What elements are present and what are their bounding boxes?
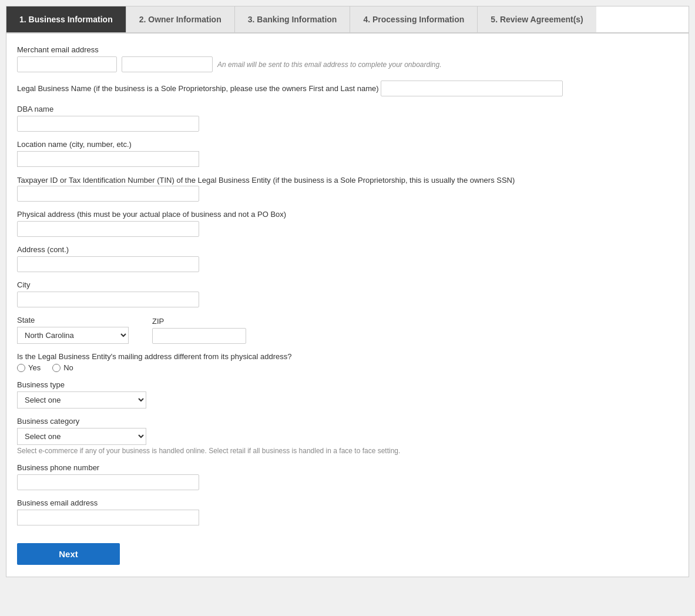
dba-input[interactable] — [17, 116, 199, 132]
dba-group: DBA name — [17, 105, 678, 132]
radio-yes-label[interactable]: Yes — [17, 363, 41, 372]
merchant-email-hint: An email will be sent to this email addr… — [217, 61, 442, 69]
tab-bar: 1. Business Information 2. Owner Informa… — [6, 6, 689, 34]
business-category-hint: Select e-commerce if any of your busines… — [17, 447, 678, 455]
merchant-email-row: An email will be sent to this email addr… — [17, 56, 678, 72]
state-label: State — [17, 316, 129, 324]
merchant-email-group: Merchant email address An email will be … — [17, 45, 678, 72]
legal-name-label: Legal Business Name (if the business is … — [17, 84, 379, 93]
next-button[interactable]: Next — [17, 543, 120, 565]
radio-yes-input[interactable] — [17, 364, 25, 372]
address-cont-group: Address (cont.) — [17, 245, 678, 272]
business-category-select[interactable]: Select one E-Commerce Retail Restaurant … — [17, 428, 146, 445]
state-zip-group: State North Carolina Alabama Alaska Ariz… — [17, 316, 678, 344]
form-area: Merchant email address An email will be … — [6, 34, 689, 577]
tab-banking-information[interactable]: 3. Banking Information — [235, 6, 351, 32]
business-type-group: Business type Select one Sole Proprietor… — [17, 380, 678, 409]
radio-no-text: No — [63, 363, 73, 372]
location-label: Location name (city, number, etc.) — [17, 140, 678, 149]
address-cont-input[interactable] — [17, 256, 199, 272]
city-group: City — [17, 280, 678, 307]
state-group: State North Carolina Alabama Alaska Ariz… — [17, 316, 129, 344]
tab-processing-information[interactable]: 4. Processing Information — [350, 6, 478, 32]
business-phone-input[interactable] — [17, 474, 199, 490]
business-email-input[interactable] — [17, 510, 199, 525]
legal-name-group: Legal Business Name (if the business is … — [17, 81, 678, 96]
tin-input[interactable] — [17, 186, 199, 202]
business-category-label: Business category — [17, 417, 678, 426]
business-email-group: Business email address — [17, 498, 678, 525]
city-input[interactable] — [17, 292, 199, 307]
dba-label: DBA name — [17, 105, 678, 113]
business-phone-group: Business phone number — [17, 463, 678, 490]
radio-no-label[interactable]: No — [52, 363, 73, 372]
zip-label: ZIP — [152, 317, 246, 326]
location-group: Location name (city, number, etc.) — [17, 140, 678, 167]
merchant-email-label: Merchant email address — [17, 45, 678, 54]
tab-owner-information[interactable]: 2. Owner Information — [126, 6, 235, 32]
address-cont-label: Address (cont.) — [17, 245, 678, 254]
mailing-question-group: Is the Legal Business Entity's mailing a… — [17, 352, 678, 372]
zip-group: ZIP — [152, 317, 246, 344]
zip-input[interactable] — [152, 328, 246, 344]
tab-review-agreements[interactable]: 5. Review Agreement(s) — [478, 6, 596, 32]
city-label: City — [17, 280, 678, 289]
business-email-label: Business email address — [17, 498, 678, 507]
business-type-label: Business type — [17, 380, 678, 389]
radio-no-input[interactable] — [52, 364, 61, 372]
page-container: 1. Business Information 2. Owner Informa… — [6, 6, 689, 577]
radio-yes-text: Yes — [28, 363, 41, 372]
mailing-question-label: Is the Legal Business Entity's mailing a… — [17, 352, 678, 361]
location-input[interactable] — [17, 151, 199, 167]
merchant-email-first-input[interactable] — [17, 56, 117, 72]
tin-label: Taxpayer ID or Tax Identification Number… — [17, 176, 515, 185]
merchant-email-second-input[interactable] — [122, 56, 213, 72]
state-select[interactable]: North Carolina Alabama Alaska Arizona Ca… — [17, 327, 129, 344]
business-category-group: Business category Select one E-Commerce … — [17, 417, 678, 455]
business-phone-label: Business phone number — [17, 463, 678, 472]
physical-address-group: Physical address (this must be your actu… — [17, 210, 678, 237]
tab-business-information[interactable]: 1. Business Information — [6, 6, 126, 32]
physical-address-label: Physical address (this must be your actu… — [17, 210, 678, 219]
tin-group: Taxpayer ID or Tax Identification Number… — [17, 175, 678, 202]
business-type-select[interactable]: Select one Sole Proprietorship LLC Corpo… — [17, 391, 146, 409]
mailing-radio-group: Yes No — [17, 363, 678, 372]
physical-address-input[interactable] — [17, 221, 199, 237]
legal-name-input[interactable] — [381, 81, 563, 96]
